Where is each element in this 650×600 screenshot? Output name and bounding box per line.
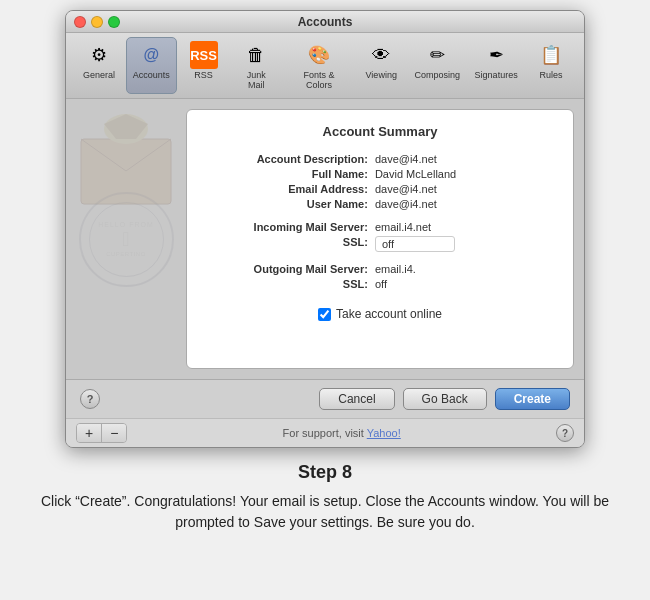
field-value-email: dave@i4.net (373, 181, 557, 196)
support-text: For support, visit Yahoo! (283, 427, 401, 439)
help-button[interactable]: ? (80, 389, 100, 409)
field-label-username: User Name: (203, 196, 373, 211)
btn-group: Cancel Go Back Create (319, 388, 570, 410)
account-panel: Account Summary Account Description: dav… (186, 109, 574, 369)
add-remove-group: + − (76, 423, 127, 443)
toolbar-label-general: General (83, 70, 115, 80)
toolbar-item-composing[interactable]: ✏ Composing (408, 37, 466, 94)
toolbar-item-general[interactable]: ⚙ General (74, 37, 124, 94)
step-title: Step 8 (40, 462, 610, 483)
toolbar-label-fonts-colors: Fonts & Colors (293, 70, 345, 90)
close-button[interactable] (74, 16, 86, 28)
remove-account-button[interactable]: − (102, 424, 126, 442)
toolbar-item-accounts[interactable]: @ Accounts (126, 37, 177, 94)
section-gap-row2 (203, 253, 557, 261)
stamp-inner: HELLO FROM  CUPERTINO (89, 202, 164, 277)
table-row-ssl-outgoing: SSL: off (203, 276, 557, 291)
field-label-ssl-incoming: SSL: (203, 234, 373, 253)
maximize-button[interactable] (108, 16, 120, 28)
table-row: Full Name: David McLelland (203, 166, 557, 181)
field-label-incoming: Incoming Mail Server: (203, 219, 373, 234)
support-label: For support, visit (283, 427, 364, 439)
toolbar-item-junk-mail[interactable]: 🗑 Junk Mail (231, 37, 282, 94)
toolbar-label-viewing: Viewing (366, 70, 397, 80)
cancel-button[interactable]: Cancel (319, 388, 394, 410)
incoming-server-value: email.i4.net (375, 221, 431, 233)
toolbar-item-viewing[interactable]: 👁 Viewing (356, 37, 406, 94)
button-row: ? Cancel Go Back Create (66, 379, 584, 418)
field-value-outgoing: email.i4. (373, 261, 557, 276)
status-help-button[interactable]: ? (556, 424, 574, 442)
main-content: HELLO FROM  CUPERTINO Account Summary A… (66, 99, 584, 379)
go-back-button[interactable]: Go Back (403, 388, 487, 410)
table-row: Email Address: dave@i4.net (203, 181, 557, 196)
field-value-incoming: email.i4.net (373, 219, 557, 234)
traffic-lights (74, 16, 120, 28)
stamp-text-top: HELLO FROM (98, 221, 154, 228)
table-row-outgoing: Outgoing Mail Server: email.i4. (203, 261, 557, 276)
toolbar-label-junk-mail: Junk Mail (240, 70, 273, 90)
table-row-ssl-incoming: SSL: off (203, 234, 557, 253)
mac-window: Accounts ⚙ General @ Accounts RSS RSS 🗑 … (65, 10, 585, 448)
step-body: Click “Create”. Congratulations! Your em… (40, 491, 610, 533)
table-row: User Name: dave@i4.net (203, 196, 557, 211)
field-value-username: dave@i4.net (373, 196, 557, 211)
accounts-icon: @ (137, 41, 165, 69)
stamp-text-bottom: CUPERTINO (106, 251, 146, 257)
field-label-description: Account Description: (203, 151, 373, 166)
toolbar-item-signatures[interactable]: ✒ Signatures (468, 37, 524, 94)
toolbar-label-rules: Rules (540, 70, 563, 80)
toolbar-item-fonts-colors[interactable]: 🎨 Fonts & Colors (284, 37, 354, 94)
toolbar-label-composing: Composing (414, 70, 460, 80)
create-button[interactable]: Create (495, 388, 570, 410)
rules-icon: 📋 (537, 41, 565, 69)
field-label-outgoing: Outgoing Mail Server: (203, 261, 373, 276)
info-table: Account Description: dave@i4.net Full Na… (203, 151, 557, 291)
stamp-area: HELLO FROM  CUPERTINO (76, 109, 176, 369)
instructions: Step 8 Click “Create”. Congratulations! … (0, 448, 650, 543)
status-bar: + − For support, visit Yahoo! ? (66, 418, 584, 447)
toolbar-label-signatures: Signatures (475, 70, 518, 80)
field-label-email: Email Address: (203, 181, 373, 196)
toolbar-label-accounts: Accounts (133, 70, 170, 80)
table-row-incoming: Incoming Mail Server: email.i4.net (203, 219, 557, 234)
field-label-fullname: Full Name: (203, 166, 373, 181)
table-row: Account Description: dave@i4.net (203, 151, 557, 166)
toolbar-item-rules[interactable]: 📋 Rules (526, 37, 576, 94)
section-gap-row (203, 211, 557, 219)
general-icon: ⚙ (85, 41, 113, 69)
fonts-colors-icon: 🎨 (305, 41, 333, 69)
take-account-online-label[interactable]: Take account online (336, 307, 442, 321)
panel-title: Account Summary (203, 124, 557, 139)
support-link[interactable]: Yahoo! (367, 427, 401, 439)
field-value-ssl-incoming: off (373, 234, 557, 253)
stamp-watermark: HELLO FROM  CUPERTINO (79, 192, 174, 287)
field-value-description: dave@i4.net (373, 151, 557, 166)
junk-mail-icon: 🗑 (242, 41, 270, 69)
take-account-online-checkbox[interactable] (318, 308, 331, 321)
composing-icon: ✏ (423, 41, 451, 69)
toolbar: ⚙ General @ Accounts RSS RSS 🗑 Junk Mail… (66, 33, 584, 99)
apple-logo-stamp:  (122, 228, 129, 251)
title-bar: Accounts (66, 11, 584, 33)
add-account-button[interactable]: + (77, 424, 102, 442)
window-title: Accounts (298, 15, 353, 29)
field-label-ssl-outgoing: SSL: (203, 276, 373, 291)
checkbox-row: Take account online (203, 307, 557, 321)
toolbar-label-rss: RSS (194, 70, 213, 80)
viewing-icon: 👁 (367, 41, 395, 69)
minimize-button[interactable] (91, 16, 103, 28)
field-value-ssl-outgoing: off (373, 276, 557, 291)
ssl-field-incoming: off (375, 236, 455, 252)
rss-icon: RSS (190, 41, 218, 69)
field-value-fullname: David McLelland (373, 166, 557, 181)
signatures-icon: ✒ (482, 41, 510, 69)
toolbar-item-rss[interactable]: RSS RSS (179, 37, 229, 94)
